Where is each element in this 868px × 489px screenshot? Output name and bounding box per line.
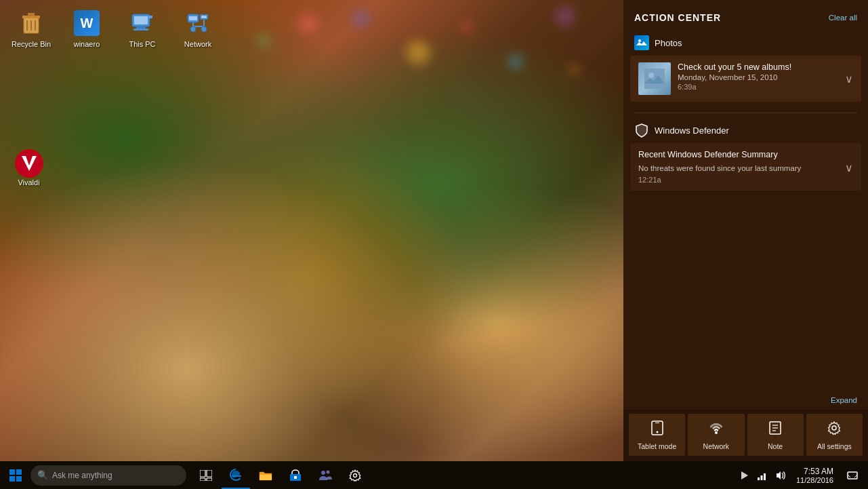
edge-button[interactable] bbox=[222, 461, 250, 489]
svg-rect-7 bbox=[134, 16, 148, 24]
defender-notification-time: 12:21a bbox=[638, 176, 853, 184]
file-explorer-button[interactable] bbox=[251, 461, 280, 489]
svg-rect-50 bbox=[760, 475, 762, 480]
tray-network-icon[interactable] bbox=[753, 461, 770, 489]
settings-taskbar-button[interactable] bbox=[341, 461, 369, 489]
bokeh-light bbox=[407, 41, 430, 64]
task-view-button[interactable] bbox=[192, 461, 220, 489]
quick-action-note[interactable]: Note bbox=[747, 414, 804, 456]
svg-rect-27 bbox=[655, 423, 659, 423]
recycle-bin-label: Recycle Bin bbox=[12, 39, 51, 49]
photos-expand-chevron[interactable]: ∨ bbox=[845, 73, 853, 85]
search-icon: 🔍 bbox=[37, 470, 48, 480]
svg-rect-23 bbox=[644, 69, 665, 89]
all-settings-icon bbox=[827, 420, 842, 439]
action-center-panel: ACTION CENTER Clear all Photos bbox=[623, 0, 868, 461]
notifications-divider bbox=[634, 113, 857, 113]
tray-expand[interactable] bbox=[738, 461, 751, 489]
defender-notification-text: No threats were found since your last su… bbox=[638, 164, 801, 172]
network-label: Network bbox=[184, 39, 211, 49]
clock-time: 7:53 AM bbox=[804, 467, 833, 476]
clock-date: 11/28/2016 bbox=[796, 476, 833, 484]
svg-point-47 bbox=[354, 473, 357, 477]
tablet-mode-label: Tablet mode bbox=[638, 442, 676, 450]
svg-rect-49 bbox=[758, 477, 760, 480]
photos-notification-content: Check out your 5 new albums! Monday, Nov… bbox=[678, 62, 838, 95]
desktop-icon-winaero[interactable]: W winaero bbox=[62, 7, 111, 52]
svg-rect-12 bbox=[189, 16, 197, 20]
svg-rect-40 bbox=[200, 478, 205, 481]
quick-action-network[interactable]: Network bbox=[688, 414, 744, 456]
this-pc-icon bbox=[129, 9, 156, 37]
start-button[interactable] bbox=[0, 461, 30, 489]
photos-group-label: Photos bbox=[655, 38, 682, 48]
photos-notification-subtitle: Monday, November 15, 2010 bbox=[678, 73, 838, 81]
bokeh-light bbox=[298, 14, 318, 34]
note-label: Note bbox=[768, 442, 783, 450]
desktop-icon-vivaldi[interactable]: Vivaldi bbox=[7, 149, 51, 187]
network-qa-icon bbox=[709, 420, 724, 439]
teams-button[interactable] bbox=[311, 461, 339, 489]
svg-point-20 bbox=[16, 150, 43, 177]
svg-rect-53 bbox=[848, 472, 857, 479]
photos-group-icon bbox=[634, 35, 649, 50]
defender-shield-icon bbox=[634, 123, 649, 138]
svg-rect-2 bbox=[28, 13, 35, 16]
search-bar[interactable]: 🔍 Ask me anything bbox=[30, 465, 186, 486]
recycle-bin-icon bbox=[18, 9, 45, 37]
all-settings-label: All settings bbox=[817, 442, 852, 450]
defender-expand-chevron[interactable]: ∨ bbox=[845, 161, 853, 174]
photos-group-header: Photos bbox=[630, 31, 861, 56]
defender-notification-body: No threats were found since your last su… bbox=[638, 161, 853, 174]
svg-point-28 bbox=[715, 431, 718, 434]
svg-rect-51 bbox=[764, 473, 766, 480]
defender-notification-group: Windows Defender Recent Windows Defender… bbox=[630, 119, 861, 191]
svg-rect-44 bbox=[294, 476, 297, 479]
tablet-mode-icon bbox=[650, 420, 665, 439]
system-clock[interactable]: 7:53 AM 11/28/2016 bbox=[791, 467, 839, 484]
desktop-icon-network[interactable]: Network bbox=[173, 7, 222, 52]
photos-notification-group: Photos Check out your 5 new albums! Mond… bbox=[630, 31, 861, 102]
vivaldi-label: Vivaldi bbox=[18, 178, 39, 187]
quick-action-tablet-mode[interactable]: Tablet mode bbox=[629, 414, 685, 456]
vivaldi-app-icon bbox=[15, 149, 43, 178]
svg-rect-14 bbox=[201, 16, 207, 18]
desktop-icons-row: Recycle Bin W winaero This PC bbox=[0, 3, 229, 55]
svg-marker-52 bbox=[777, 471, 781, 480]
defender-group-label: Windows Defender bbox=[655, 125, 729, 136]
notification-center-tray-icon[interactable] bbox=[840, 461, 865, 489]
action-center-header: ACTION CENTER Clear all bbox=[623, 0, 868, 31]
svg-rect-8 bbox=[136, 26, 146, 28]
expand-button[interactable]: Expand bbox=[831, 396, 857, 404]
svg-rect-42 bbox=[260, 475, 272, 480]
bokeh-light bbox=[508, 54, 523, 69]
taskbar: 🔍 Ask me anything bbox=[0, 461, 868, 489]
action-center-title: ACTION CENTER bbox=[634, 12, 721, 23]
photos-thumbnail bbox=[638, 62, 671, 95]
defender-notification-title: Recent Windows Defender Summary bbox=[638, 150, 853, 159]
svg-point-19 bbox=[201, 26, 207, 32]
defender-notification-item[interactable]: Recent Windows Defender Summary No threa… bbox=[630, 143, 861, 191]
svg-rect-38 bbox=[200, 470, 205, 477]
svg-point-26 bbox=[656, 431, 658, 433]
bokeh-light bbox=[352, 10, 369, 27]
bokeh-light bbox=[556, 7, 575, 26]
defender-group-header: Windows Defender bbox=[630, 119, 861, 143]
network-qa-label: Network bbox=[703, 442, 730, 450]
note-icon bbox=[768, 420, 783, 439]
desktop-icon-this-pc[interactable]: This PC bbox=[118, 7, 167, 52]
clear-all-button[interactable]: Clear all bbox=[829, 14, 857, 22]
svg-marker-48 bbox=[741, 471, 748, 480]
system-tray: 7:53 AM 11/28/2016 bbox=[738, 461, 868, 489]
desktop-icon-recycle-bin[interactable]: Recycle Bin bbox=[7, 7, 56, 52]
winaero-label: winaero bbox=[74, 39, 100, 49]
store-button[interactable] bbox=[281, 461, 310, 489]
tray-volume-icon[interactable] bbox=[772, 461, 789, 489]
svg-rect-35 bbox=[16, 469, 22, 475]
photos-notification-item[interactable]: Check out your 5 new albums! Monday, Nov… bbox=[630, 56, 861, 102]
svg-rect-41 bbox=[207, 478, 212, 481]
svg-rect-34 bbox=[9, 469, 15, 475]
photos-notification-title: Check out your 5 new albums! bbox=[678, 62, 838, 72]
svg-point-18 bbox=[190, 26, 196, 32]
quick-action-all-settings[interactable]: All settings bbox=[806, 414, 863, 456]
